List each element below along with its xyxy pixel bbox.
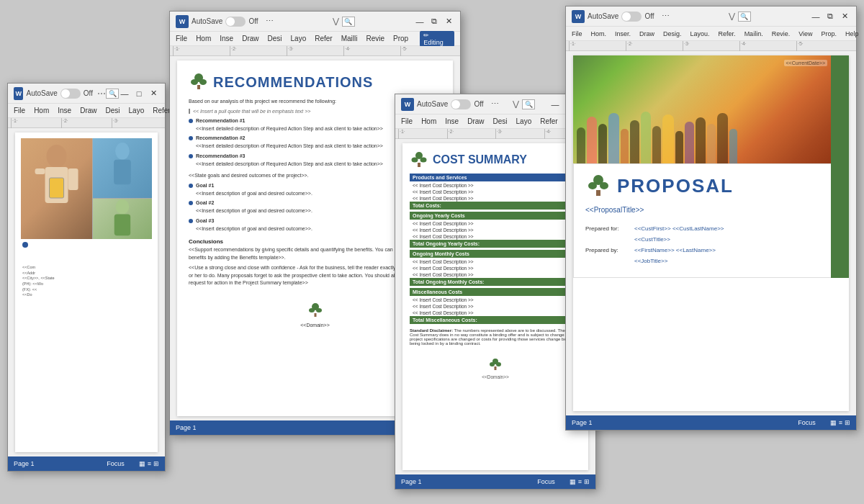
minimize-cost[interactable]: —	[549, 99, 561, 110]
prepared-by-value: <<FirstName>> <<LastName>>	[634, 247, 716, 253]
autosave-label-left: AutoSave	[26, 89, 57, 97]
menu-home-cost[interactable]: Hom	[421, 117, 436, 125]
status-bar-left: Page 1 Focus ▦ ≡ ⊞	[8, 456, 165, 471]
left-doc-text: <<Com <<Addr <<City>>, <<State (PH): <<W…	[21, 242, 152, 298]
view-icon-cost-2[interactable]: ≡	[578, 478, 582, 485]
minimize-mid[interactable]: —	[414, 16, 426, 27]
ribbon-bar-mid: File Hom Inse Draw Desi Layo Refer Maill…	[170, 32, 460, 46]
menu-design-proposal[interactable]: Desig.	[663, 30, 682, 37]
word-window-left: W AutoSave Off ⋯ 🔍 — □ ✕ File Hom Inse D…	[7, 83, 166, 472]
expand-proposal[interactable]: ⋯	[662, 12, 670, 21]
menu-refer-cost[interactable]: Refer	[540, 117, 557, 125]
view-icon-cost-1[interactable]: ▦	[570, 478, 576, 485]
menu-refer-left[interactable]: Refer	[153, 107, 170, 114]
cost-row-p3: << Insert Cost Description >>	[410, 195, 581, 202]
autosave-toggle-mid[interactable]	[225, 17, 246, 27]
title-bar-left: W AutoSave Off ⋯ 🔍 — □ ✕	[8, 84, 165, 104]
minimize-left[interactable]: —	[119, 88, 130, 99]
blue-dot-left	[22, 242, 28, 248]
autosave-toggle-proposal[interactable]	[621, 12, 642, 22]
menu-review-proposal[interactable]: Revie.	[772, 30, 791, 37]
doc-content-left: <<Com <<Addr <<City>>, <<State (PH): <<W…	[8, 128, 165, 456]
menu-insert-cost[interactable]: Inse	[445, 117, 459, 125]
menu-layout-left[interactable]: Layo	[129, 107, 145, 114]
menu-insert-mid[interactable]: Inse	[220, 35, 233, 42]
menu-home-proposal[interactable]: Hom.	[591, 30, 607, 37]
goal-dot-2	[189, 201, 193, 205]
status-bar-proposal: Page 1 Focus ▦ ≡ ⊞	[566, 415, 856, 430]
search-icon-cost[interactable]: 🔍	[522, 99, 535, 109]
view-icon-proposal-3[interactable]: ⊞	[845, 419, 850, 426]
autosave-label-cost: AutoSave	[417, 100, 448, 108]
search-icon-left[interactable]: 🔍	[106, 89, 119, 99]
cost-row-p2: << Insert Cost Description >>	[410, 189, 581, 195]
menu-refer-mid[interactable]: Refer	[315, 35, 332, 42]
menu-insert-left[interactable]: Inse	[58, 107, 71, 114]
menu-mail-mid[interactable]: Mailli	[341, 35, 358, 42]
autosave-state-cost: Off	[474, 100, 483, 108]
svg-point-27	[600, 182, 608, 189]
maximize-left[interactable]: □	[133, 88, 145, 99]
view-icon-2[interactable]: ≡	[148, 460, 151, 467]
menu-prop-mid[interactable]: Prop	[393, 35, 408, 42]
autosave-proposal: AutoSave Off ⋯	[588, 12, 670, 22]
proposal-bg-area: <<CurrentDate>> PROPOSAL <<Pro	[573, 55, 849, 278]
view-icon-proposal-1[interactable]: ▦	[830, 419, 837, 426]
menu-draw-proposal[interactable]: Draw	[639, 30, 654, 37]
menu-file-mid[interactable]: File	[176, 35, 187, 42]
cost-footer-text: <<Domain>>	[410, 374, 581, 379]
menu-prop-proposal[interactable]: Prop.	[822, 30, 837, 37]
restore-proposal[interactable]: ⧉	[824, 11, 836, 22]
view-icon-cost-3[interactable]: ⊞	[584, 478, 590, 485]
menu-home-mid[interactable]: Hom	[196, 35, 211, 42]
menu-file-left[interactable]: File	[14, 107, 25, 114]
autosave-toggle-left[interactable]	[60, 89, 81, 99]
word-icon-left: W	[14, 87, 23, 100]
autosave-state-mid: Off	[248, 17, 258, 25]
expand-mid[interactable]: ⋯	[266, 17, 274, 26]
expand-cost[interactable]: ⋯	[491, 99, 499, 109]
expand-left[interactable]: ⋯	[97, 89, 106, 99]
autosave-toggle-cost[interactable]	[451, 99, 471, 109]
photo-person1	[21, 138, 93, 239]
menu-layout-cost[interactable]: Layo	[516, 117, 532, 125]
view-icon-3[interactable]: ⊞	[153, 460, 159, 467]
cost-row-m3: << Insert Cost Description >>	[410, 271, 581, 278]
menu-layout-mid[interactable]: Layo	[291, 35, 307, 42]
menu-design-mid[interactable]: Desi	[268, 35, 282, 42]
menu-home-left[interactable]: Hom	[34, 107, 49, 114]
view-icon-proposal-2[interactable]: ≡	[839, 419, 842, 426]
close-left[interactable]: ✕	[148, 88, 159, 99]
word-icon-cost: W	[401, 98, 414, 111]
menu-draw-mid[interactable]: Draw	[242, 35, 258, 42]
menu-help-proposal[interactable]: Help	[845, 30, 859, 37]
menu-file-cost[interactable]: File	[401, 117, 413, 125]
search-icon-proposal[interactable]: 🔍	[738, 12, 751, 22]
crowd-p15	[729, 129, 737, 163]
page-area-proposal: <<CurrentDate>> PROPOSAL <<Pro	[573, 55, 849, 411]
menu-view-proposal[interactable]: View	[798, 30, 812, 37]
menu-refer-proposal[interactable]: Refer.	[719, 30, 736, 37]
view-icon-1[interactable]: ▦	[139, 460, 145, 467]
menu-review-mid[interactable]: Revie	[366, 35, 384, 42]
menu-design-cost[interactable]: Desi	[493, 117, 508, 125]
menu-draw-left[interactable]: Draw	[80, 107, 96, 114]
menu-mail-proposal[interactable]: Mailin.	[744, 30, 763, 37]
ribbon-bar-left: File Hom Inse Draw Desi Layo Refer Maill…	[8, 104, 165, 118]
minimize-proposal[interactable]: —	[810, 11, 822, 22]
restore-mid[interactable]: ⧉	[428, 16, 440, 27]
green-sidebar-proposal	[831, 55, 849, 278]
current-date: <<CurrentDate>>	[784, 60, 827, 66]
menu-design-left[interactable]: Desi	[106, 107, 120, 114]
menu-insert-proposal[interactable]: Inser.	[615, 30, 631, 37]
autosave-state-proposal: Off	[644, 12, 654, 20]
word-icon-mid: W	[176, 15, 189, 28]
menu-layout-proposal[interactable]: Layou.	[690, 30, 710, 37]
goal-dot-1	[189, 184, 193, 188]
search-icon-mid[interactable]: 🔍	[342, 17, 355, 27]
menu-file-proposal[interactable]: File	[572, 30, 582, 37]
close-proposal[interactable]: ✕	[839, 11, 850, 22]
ruler-tick-2: ·2·	[61, 118, 112, 128]
menu-draw-cost[interactable]: Draw	[467, 117, 484, 125]
close-mid[interactable]: ✕	[443, 16, 454, 27]
